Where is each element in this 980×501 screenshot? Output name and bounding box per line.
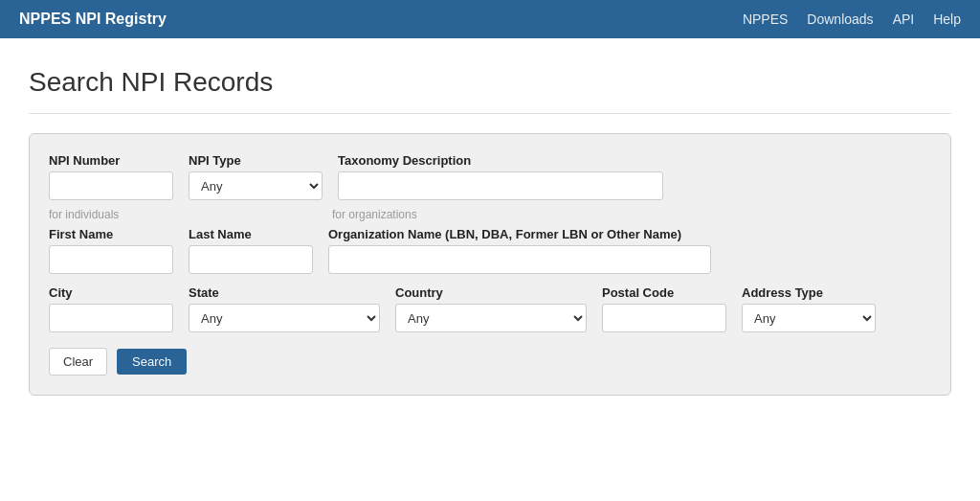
search-button[interactable]: Search [117,349,187,375]
page-content: Search NPI Records NPI Number NPI Type A… [0,38,980,415]
nav-link-help[interactable]: Help [933,11,961,27]
clear-button[interactable]: Clear [49,348,107,376]
taxonomy-desc-label: Taxonomy Description [338,153,663,168]
npi-number-group: NPI Number [49,153,173,200]
country-select[interactable]: Any USCA [395,304,587,332]
npi-type-select[interactable]: Any Individual Organization [189,171,323,200]
city-label: City [49,285,173,300]
nav-link-downloads[interactable]: Downloads [807,11,873,27]
address-type-label: Address Type [742,285,876,300]
taxonomy-desc-group: Taxonomy Description [338,153,663,200]
nav-link-api[interactable]: API [893,11,915,27]
navigation: NPPES NPI Registry NPPES Downloads API H… [0,0,980,38]
first-name-label: First Name [49,227,173,241]
state-select[interactable]: Any ALAKAZCA [189,304,380,332]
hint-right: for organizations [332,206,931,221]
nav-link-nppes[interactable]: NPPES [743,11,788,27]
nav-links: NPPES Downloads API Help [743,11,961,27]
npi-type-group: NPI Type Any Individual Organization [189,153,323,200]
country-group: Country Any USCA [395,285,587,332]
address-type-select[interactable]: Any MailingPractice [742,304,876,332]
last-name-label: Last Name [189,227,313,241]
npi-type-label: NPI Type [189,153,323,168]
postal-code-group: Postal Code [602,285,726,332]
page-title: Search NPI Records [29,67,951,114]
country-label: Country [395,285,587,300]
city-group: City [49,285,173,332]
state-label: State [189,285,380,300]
city-input[interactable] [49,304,173,332]
npi-number-label: NPI Number [49,153,173,168]
hint-left: for individuals [49,206,332,221]
npi-number-input[interactable] [49,171,173,200]
section-hints: for individuals for organizations [49,206,931,221]
state-group: State Any ALAKAZCA [189,285,380,332]
org-name-input[interactable] [328,245,711,274]
search-panel: NPI Number NPI Type Any Individual Organ… [29,133,951,396]
brand-title: NPPES NPI Registry [19,11,167,28]
row-address: City State Any ALAKAZCA Country Any USCA… [49,285,931,332]
row-names: First Name Last Name Organization Name (… [49,227,931,274]
row-basic-fields: NPI Number NPI Type Any Individual Organ… [49,153,931,200]
last-name-group: Last Name [189,227,313,274]
first-name-group: First Name [49,227,173,274]
hint-organizations: for organizations [332,208,417,221]
org-name-group: Organization Name (LBN, DBA, Former LBN … [328,227,711,274]
postal-code-input[interactable] [602,304,726,332]
address-type-group: Address Type Any MailingPractice [742,285,876,332]
org-name-label: Organization Name (LBN, DBA, Former LBN … [328,227,711,241]
hint-individuals: for individuals [49,208,119,221]
postal-code-label: Postal Code [602,285,726,300]
button-row: Clear Search [49,348,931,376]
first-name-input[interactable] [49,245,173,274]
taxonomy-desc-input[interactable] [338,171,663,200]
last-name-input[interactable] [189,245,313,274]
